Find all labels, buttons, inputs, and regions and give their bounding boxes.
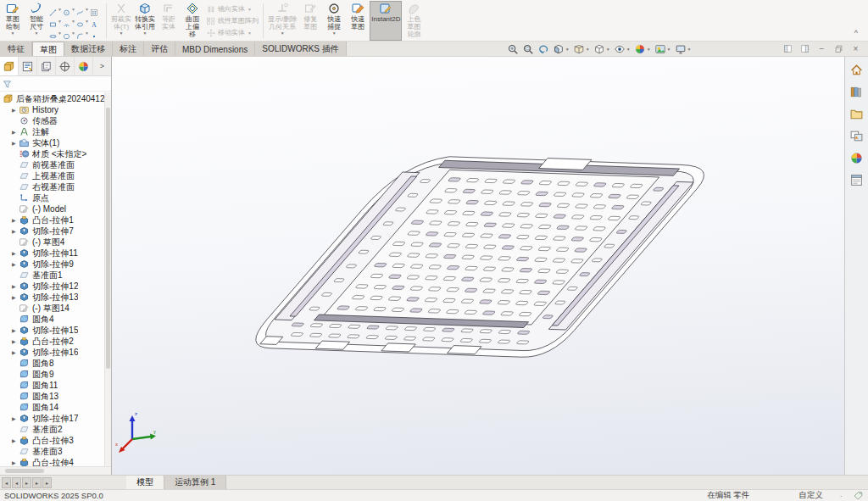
dimxpertmanager-tab[interactable] <box>56 57 75 75</box>
tree-item[interactable]: 材质 <未指定> <box>0 148 111 159</box>
file-explorer-tab[interactable] <box>847 104 867 124</box>
featuremanager-tab[interactable] <box>0 57 19 75</box>
tag-icon[interactable] <box>853 490 864 501</box>
tree-item[interactable]: 圆角13 <box>0 391 111 402</box>
propertymanager-tab[interactable] <box>19 57 37 75</box>
tree-item[interactable]: ▶切除-拉伸16 <box>0 347 111 358</box>
smart-dimension-button[interactable]: 智能尺寸▼ <box>25 1 48 41</box>
tab-evaluate[interactable]: 评估 <box>144 42 175 56</box>
dropdown-arrow-icon[interactable]: ▼ <box>626 47 631 52</box>
section-view-button[interactable]: ▼ <box>552 43 570 55</box>
tree-item[interactable]: ▶凸台-拉伸2 <box>0 336 111 347</box>
expand-arrow-icon[interactable]: ▶ <box>12 338 19 344</box>
tree-item[interactable]: ▶注解 <box>0 126 111 137</box>
dropdown-arrow-icon[interactable]: ▼ <box>71 19 75 24</box>
expand-arrow-icon[interactable]: ▶ <box>12 283 19 289</box>
tree-item[interactable]: ▶实体(1) <box>0 137 111 148</box>
rapid-sketch-button[interactable]: 快速草图 <box>346 1 370 41</box>
panel-overflow-chevron[interactable]: > <box>93 57 111 75</box>
tree-item[interactable]: ▶History <box>0 104 111 115</box>
tab-features[interactable]: 特征 <box>1 42 32 56</box>
tab-scroll-button[interactable]: ▸ <box>42 477 52 488</box>
expand-arrow-icon[interactable]: ▶ <box>12 459 19 465</box>
tree-horizontal-scrollbar[interactable] <box>0 466 111 475</box>
tab-data-migration[interactable]: 数据迁移 <box>64 42 113 56</box>
display-style-button[interactable]: ▼ <box>593 43 611 55</box>
dropdown-arrow-icon[interactable]: ▼ <box>687 47 692 52</box>
zoom-area-button[interactable] <box>521 43 535 55</box>
hide-show-items-button[interactable]: ▼ <box>613 43 632 55</box>
view-palette-tab[interactable] <box>847 126 867 146</box>
featuremanager-filter[interactable] <box>0 76 111 92</box>
tree-item[interactable]: ▶切除-拉伸7 <box>0 225 111 237</box>
pane-left-icon[interactable] <box>782 43 793 54</box>
design-library-tab[interactable] <box>847 82 867 102</box>
tree-item[interactable]: 基准面2 <box>0 424 111 435</box>
model-tab[interactable]: 模型 <box>126 476 164 489</box>
expand-arrow-icon[interactable]: ▶ <box>12 107 19 113</box>
dropdown-arrow-icon[interactable]: ▼ <box>58 19 62 24</box>
tab-scroll-button[interactable]: ▸ <box>22 477 31 488</box>
tree-item[interactable]: ▶凸台-拉伸3 <box>0 435 111 446</box>
solidworks-resources-tab[interactable] <box>847 60 867 80</box>
minimize-button[interactable]: − <box>816 43 827 54</box>
dropdown-arrow-icon[interactable]: ▼ <box>120 31 124 36</box>
view-settings-button[interactable]: ▼ <box>674 43 693 55</box>
expand-arrow-icon[interactable]: ▶ <box>12 349 19 355</box>
tab-annotate[interactable]: 标注 <box>113 42 144 56</box>
tree-item[interactable]: 圆角11 <box>0 380 111 391</box>
sketch-picture-tool[interactable] <box>90 3 103 15</box>
customize-label[interactable]: 自定义 <box>798 490 823 501</box>
view-orientation-button[interactable]: ▼ <box>572 43 591 55</box>
tree-item[interactable]: (-) Model <box>0 203 111 214</box>
polygon-tool[interactable]: ▼ <box>63 27 75 39</box>
tree-vertical-scrollbar[interactable] <box>104 92 111 466</box>
tree-item[interactable]: 原点 <box>0 192 111 203</box>
configurationmanager-tab[interactable] <box>37 57 56 75</box>
motion-study-tab[interactable]: 运动算例 1 <box>164 476 226 489</box>
tree-item[interactable]: 圆角4 <box>0 314 111 325</box>
tree-item[interactable]: 基准面3 <box>0 446 111 457</box>
tree-item[interactable]: 后备箱折叠桌20240412 (默 <box>0 93 111 104</box>
surface-offset-button[interactable]: 曲面上偏移 <box>181 1 204 41</box>
tree-item[interactable]: 圆角14 <box>0 402 111 413</box>
expand-arrow-icon[interactable]: ▶ <box>12 327 19 333</box>
dropdown-arrow-icon[interactable]: ▼ <box>586 47 590 52</box>
dropdown-arrow-icon[interactable]: ▼ <box>667 47 671 52</box>
tree-item[interactable]: ▶切除-拉伸12 <box>0 281 111 292</box>
tab-mbd-dimensions[interactable]: MBD Dimensions <box>175 42 255 56</box>
tree-item[interactable]: 右视基准面 <box>0 181 111 192</box>
dropdown-arrow-icon[interactable]: ▼ <box>647 47 651 52</box>
tree-item[interactable]: ▶切除-拉伸11 <box>0 248 111 259</box>
arc-tool[interactable]: ▼ <box>63 15 75 27</box>
dropdown-arrow-icon[interactable]: ▼ <box>332 31 337 36</box>
slot-tool[interactable]: ▼ <box>49 27 62 39</box>
tree-item[interactable]: 圆角8 <box>0 358 111 369</box>
dropdown-arrow-icon[interactable]: ▼ <box>85 19 89 24</box>
dropdown-arrow-icon[interactable]: ▼ <box>58 31 62 36</box>
close-button[interactable]: × <box>850 43 861 54</box>
spline-tool[interactable]: ▼ <box>76 3 89 15</box>
dropdown-arrow-icon[interactable]: ▼ <box>71 31 75 36</box>
point-tool[interactable] <box>90 27 103 39</box>
tree-item[interactable]: 基准面1 <box>0 270 111 281</box>
tree-item[interactable]: ▶凸台-拉伸4 <box>0 457 111 466</box>
3d-model-folding-table[interactable] <box>119 82 763 455</box>
quick-snaps-button[interactable]: 快速捕捉▼ <box>322 1 346 41</box>
tab-scroll-button[interactable]: ◂ <box>12 477 21 488</box>
instant2d-button[interactable]: Instant2D <box>370 1 402 41</box>
tab-scroll-button[interactable]: ◂ <box>2 477 11 488</box>
previous-view-button[interactable] <box>537 43 550 55</box>
zoom-fit-button[interactable] <box>506 43 520 55</box>
custom-properties-tab[interactable] <box>847 170 867 190</box>
restore-button[interactable] <box>833 43 844 54</box>
edit-appearance-button[interactable]: ▼ <box>633 43 652 55</box>
dropdown-arrow-icon[interactable]: ▼ <box>85 31 89 36</box>
tab-scroll-button[interactable]: ▸ <box>32 477 42 488</box>
expand-arrow-icon[interactable]: ▶ <box>12 294 19 300</box>
tree-item[interactable]: 上视基准面 <box>0 170 111 181</box>
dropdown-arrow-icon[interactable]: ▼ <box>58 7 62 12</box>
expand-arrow-icon[interactable]: ▶ <box>12 250 19 256</box>
dropdown-arrow-icon[interactable]: ▼ <box>606 47 610 52</box>
dropdown-arrow-icon[interactable]: ▼ <box>281 31 285 36</box>
